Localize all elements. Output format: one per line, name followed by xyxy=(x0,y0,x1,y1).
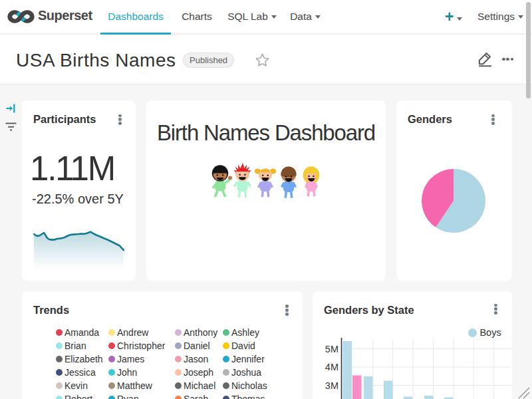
svg-text:5M: 5M xyxy=(325,344,338,354)
svg-text:4M: 4M xyxy=(325,362,338,372)
svg-text:3M: 3M xyxy=(325,380,338,391)
